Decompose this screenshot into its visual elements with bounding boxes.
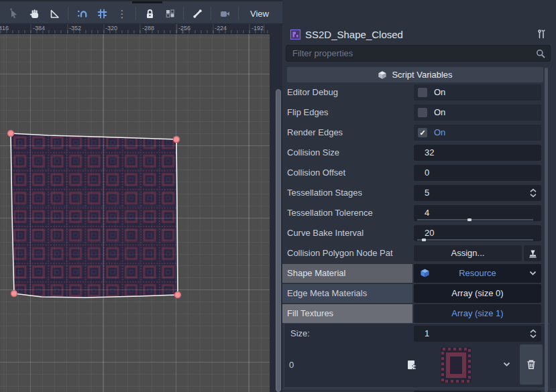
inspector-dock: SS2D_Shape_Closed Script Variables Edito… xyxy=(282,0,556,392)
checkbox-text: On xyxy=(434,125,445,141)
property-row-collision-offset: Collision Offset 0 xyxy=(282,164,556,182)
ruler-label: -320 xyxy=(105,25,117,31)
point-handle[interactable] xyxy=(175,292,181,298)
inspector-scrollbar-thumb[interactable] xyxy=(545,68,548,392)
property-row-curve-bake-interval: Curve Bake Interval 20 xyxy=(282,224,556,243)
viewport-scrollbar-thumb[interactable] xyxy=(276,89,281,392)
smart-snap-icon[interactable] xyxy=(72,5,92,22)
pick-node-button[interactable] xyxy=(524,245,541,261)
property-row-fill-textures: Fill Textures Array (size 1) xyxy=(282,304,556,323)
property-row-shape-material: Shape Material Resource xyxy=(282,264,556,283)
ruler-label: -224 xyxy=(215,25,227,31)
array-size-label: Size: xyxy=(290,324,310,343)
object-tools-icon[interactable] xyxy=(534,27,549,41)
script-variables-icon xyxy=(378,70,387,80)
property-label: Collision Offset xyxy=(287,164,411,182)
slider-grabber[interactable] xyxy=(467,218,471,221)
view-menu[interactable]: View xyxy=(242,9,276,19)
flip-edges-checkbox[interactable] xyxy=(418,108,427,117)
ruler-label: -256 xyxy=(178,25,190,31)
property-row-render-edges: Render Edges ✓ On xyxy=(282,123,556,142)
godot-editor-window: { "toolbar": { "view_label": "View", "ic… xyxy=(0,0,556,392)
chevron-down-icon[interactable] xyxy=(502,361,511,368)
property-label: Tessellation Tolerence xyxy=(287,204,411,222)
toolbar-separator xyxy=(183,7,184,20)
checkbox-text: On xyxy=(434,105,445,121)
checkbox-text: On xyxy=(434,84,445,101)
ruler-label: -352 xyxy=(69,25,81,31)
curve-bake-interval-field[interactable]: 20 xyxy=(414,225,541,241)
texture-thumbnail[interactable] xyxy=(439,346,473,385)
ruler-label: -384 xyxy=(33,25,45,31)
slider-grabber[interactable] xyxy=(422,239,426,241)
canvas-viewport[interactable] xyxy=(0,34,270,392)
slider-track[interactable] xyxy=(417,219,533,220)
fill-textures-array-button[interactable]: Array (size 1) xyxy=(414,304,541,323)
array-element-row: 0 xyxy=(282,343,556,387)
trash-icon xyxy=(525,358,537,371)
toolbar-separator xyxy=(238,7,239,20)
array-size-row: Size: 1 xyxy=(282,324,556,343)
toolbar-separator xyxy=(68,7,68,20)
shape-material-resource-button[interactable]: Resource xyxy=(414,264,541,283)
collision-offset-field[interactable]: 0 xyxy=(414,165,541,181)
canvas-toolbar-left: ⋮ View xyxy=(4,3,276,23)
ruler-label: -288 xyxy=(142,25,154,31)
ruler-label: -192 xyxy=(252,25,264,31)
lock-icon[interactable] xyxy=(140,5,160,22)
render-edges-checkbox[interactable]: ✓ xyxy=(418,128,427,137)
inspected-object-row: SS2D_Shape_Closed xyxy=(282,25,556,43)
next-property-row-cut xyxy=(282,389,556,392)
spinner-updown-icon[interactable] xyxy=(529,328,538,339)
viewport-scrollbar-track[interactable] xyxy=(270,24,282,392)
property-row-tessellation-tolerence: Tessellation Tolerence 4 xyxy=(282,204,556,222)
edge-meta-materials-array-button[interactable]: Array (size 0) xyxy=(414,284,541,303)
point-handle[interactable] xyxy=(8,131,14,137)
property-label: Flip Edges xyxy=(287,103,411,122)
grid-snap-icon[interactable] xyxy=(92,5,112,22)
toolbar-separator xyxy=(211,7,211,20)
chevron-down-icon[interactable] xyxy=(529,269,537,277)
shape-handles xyxy=(0,34,270,392)
property-label: Collision Size xyxy=(287,143,411,162)
select-tool-icon[interactable] xyxy=(4,5,24,22)
element-index: 0 xyxy=(289,343,294,387)
property-label: Fill Textures xyxy=(282,304,412,323)
slider-track[interactable] xyxy=(417,239,533,241)
toolbar-separator xyxy=(135,7,136,20)
filter-properties-box xyxy=(286,45,551,62)
group-icon[interactable] xyxy=(160,5,180,22)
property-row-flip-edges: Flip Edges On xyxy=(282,103,556,122)
tessellation-stages-field[interactable]: 5 xyxy=(414,185,541,201)
property-label: Tessellation Stages xyxy=(287,184,411,202)
property-label: Curve Bake Interval xyxy=(287,224,411,243)
pan-icon[interactable] xyxy=(24,5,44,22)
property-row-edge-meta-materials: Edge Meta Materials Array (size 0) xyxy=(282,284,556,303)
camera-preview-icon[interactable] xyxy=(215,5,235,22)
ruler-label: -416 xyxy=(0,25,9,31)
property-row-collision-polygon-node-path: Collision Polygon Node Pat Assign... xyxy=(282,244,556,263)
point-handle[interactable] xyxy=(11,291,17,297)
property-label: Render Edges xyxy=(287,123,411,142)
ruler-mode-icon[interactable] xyxy=(44,5,64,22)
check-icon: ✓ xyxy=(419,129,425,137)
snap-options-icon[interactable]: ⋮ xyxy=(112,5,132,22)
section-title: Script Variables xyxy=(392,70,452,80)
delete-element-button[interactable] xyxy=(520,344,543,385)
tessellation-tolerence-field[interactable]: 4 xyxy=(414,205,541,221)
skeleton-icon[interactable] xyxy=(187,5,207,22)
property-row-collision-size: Collision Size 32 xyxy=(282,143,556,162)
edit-texture-icon[interactable] xyxy=(406,359,417,371)
filter-properties-input[interactable] xyxy=(286,46,550,61)
spinner-updown-icon[interactable] xyxy=(529,188,538,198)
editor-debug-checkbox[interactable] xyxy=(418,88,427,97)
search-icon xyxy=(535,48,546,59)
assign-node-path-button[interactable]: Assign... xyxy=(414,245,522,261)
node-picker-icon xyxy=(528,249,538,259)
array-size-field[interactable]: 1 xyxy=(414,326,541,342)
ss2d-node-icon xyxy=(290,29,301,40)
property-label: Shape Material xyxy=(282,264,412,283)
collision-size-field[interactable]: 32 xyxy=(414,145,541,161)
section-script-variables[interactable]: Script Variables xyxy=(287,67,543,82)
point-handle[interactable] xyxy=(174,137,180,143)
